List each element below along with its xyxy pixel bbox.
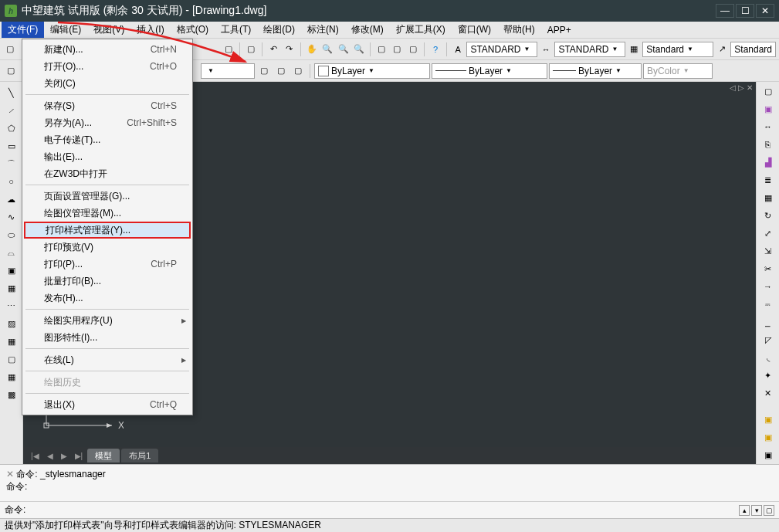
prop-icon[interactable]: ▢ (374, 42, 388, 57)
arc-icon[interactable]: ⌒ (3, 156, 20, 171)
file-menu-item[interactable]: 打印样式管理器(Y)... (24, 222, 191, 239)
file-menu-item[interactable]: 保存(S)Ctrl+S (24, 97, 191, 114)
cmd-down-icon[interactable]: ▾ (751, 505, 762, 516)
new-icon[interactable]: ▢ (3, 42, 17, 57)
cmd-up-icon[interactable]: ▴ (739, 505, 750, 516)
lineweight-combo[interactable]: ByLayer▼ (549, 63, 642, 79)
gradient-icon[interactable]: ▦ (3, 334, 20, 349)
circle-icon[interactable]: ○ (3, 174, 20, 189)
block-icon[interactable]: ▦ (3, 280, 20, 296)
pline-icon[interactable]: ⟋ (3, 103, 20, 118)
menu-file[interactable]: 文件(F) (2, 22, 44, 38)
rt-mod1-icon[interactable]: ▣ (760, 101, 777, 117)
sheet-icon[interactable]: ▢ (390, 42, 404, 57)
menu-app[interactable]: APP+ (541, 23, 577, 37)
rt-scale-icon[interactable]: ⤢ (760, 225, 777, 241)
tab-first-icon[interactable]: |◀ (31, 452, 39, 460)
file-menu-item[interactable]: 绘图仪管理器(M)... (24, 205, 191, 222)
menu-window[interactable]: 窗口(W) (452, 22, 497, 38)
rt-move-icon[interactable]: ↔ (760, 119, 777, 134)
file-menu-item[interactable]: 发布(H)... (24, 290, 191, 307)
solid-icon[interactable]: ▩ (3, 387, 20, 402)
hatch-icon[interactable]: ▨ (3, 316, 20, 331)
dimstyle-icon[interactable]: ↔ (539, 42, 553, 57)
point-icon[interactable]: ⋯ (3, 298, 20, 313)
ellipse-icon[interactable]: ⬭ (3, 227, 20, 242)
menu-tools[interactable]: 工具(T) (215, 22, 257, 38)
menu-draw[interactable]: 绘图(D) (257, 22, 301, 38)
file-menu-item[interactable]: 打开(O)...Ctrl+O (24, 58, 191, 75)
zoom3-icon[interactable]: 🔍 (352, 42, 366, 57)
ellipsearc-icon[interactable]: ⌓ (3, 245, 20, 260)
plot-icon[interactable]: ▢ (244, 42, 258, 57)
menu-modify[interactable]: 修改(M) (345, 22, 390, 38)
tab-layout1[interactable]: 布局1 (121, 449, 158, 463)
rt-chamfer-icon[interactable]: ◸ (760, 332, 777, 347)
redo-icon[interactable]: ↷ (283, 42, 296, 57)
textstyle-icon[interactable]: A (451, 42, 465, 57)
rt-erase-icon[interactable]: ✕ (760, 385, 777, 401)
tab-prev-icon[interactable]: ◀ (47, 452, 53, 460)
mlstyle-icon[interactable]: ↗ (715, 42, 729, 57)
layeriso-icon[interactable]: ▢ (256, 63, 272, 79)
tool-icon[interactable]: ▢ (406, 42, 420, 57)
menu-insert[interactable]: 插入(I) (130, 22, 170, 38)
file-menu-item[interactable]: 新建(N)...Ctrl+N (24, 41, 191, 58)
file-menu-item[interactable]: 在线(L) (24, 351, 191, 368)
undo-icon[interactable]: ↶ (266, 42, 280, 57)
line-icon[interactable]: ╲ (3, 85, 20, 100)
rt-break-icon[interactable]: ⎓ (760, 296, 777, 312)
rt-join-icon[interactable]: ⎯ (760, 314, 777, 330)
rt-rotate-icon[interactable]: ↻ (760, 208, 777, 223)
print-icon[interactable]: ▢ (222, 42, 235, 57)
minimize-button[interactable]: — (716, 4, 734, 18)
pan-icon[interactable]: ✋ (305, 42, 319, 57)
help-icon[interactable]: ? (428, 42, 442, 57)
menu-view[interactable]: 视图(V) (87, 22, 130, 38)
maximize-button[interactable]: ☐ (736, 4, 754, 18)
rt-fillet-icon[interactable]: ◟ (760, 350, 777, 365)
file-menu-item[interactable]: 页面设置管理器(G)... (24, 188, 191, 205)
rt-palette1-icon[interactable]: ▣ (760, 412, 777, 427)
rt-copy-icon[interactable]: ⎘ (760, 137, 777, 152)
menu-format[interactable]: 格式(O) (171, 22, 215, 38)
file-menu-item[interactable]: 批量打印(B)... (24, 273, 191, 290)
revcloud-icon[interactable]: ☁ (3, 191, 20, 207)
region-icon[interactable]: ▢ (3, 351, 20, 367)
polygon-icon[interactable]: ⬠ (3, 120, 20, 136)
file-menu-item[interactable]: 退出(X)Ctrl+Q (24, 396, 191, 413)
file-menu-item[interactable]: 打印预览(V) (24, 239, 191, 256)
color-combo[interactable]: ByLayer▼ (314, 63, 430, 79)
rt-palette2-icon[interactable]: ▣ (760, 429, 777, 445)
close-button[interactable]: ✕ (756, 4, 774, 18)
tab-next-icon[interactable]: ▶ (61, 452, 67, 460)
textstyle-combo[interactable]: STANDARD▼ (466, 42, 537, 57)
table-icon[interactable]: ▦ (3, 369, 20, 385)
dimstyle-combo[interactable]: STANDARD▼ (554, 42, 625, 57)
rt-mirror-icon[interactable]: ▟ (760, 154, 777, 170)
file-menu-item[interactable]: 关闭(C) (24, 75, 191, 92)
file-menu-item[interactable]: 在ZW3D中打开 (24, 165, 191, 182)
insert-icon[interactable]: ▣ (3, 263, 20, 278)
plotstyle-combo[interactable]: ByColor▼ (643, 63, 713, 79)
file-menu-item[interactable]: 另存为(A)...Ctrl+Shift+S (24, 114, 191, 131)
layeroff-icon[interactable]: ▢ (273, 63, 289, 79)
zoom2-icon[interactable]: 🔍 (336, 42, 350, 57)
linetype-combo[interactable]: ByLayer▼ (432, 63, 547, 79)
file-menu-item[interactable]: 图形特性(I)... (24, 329, 191, 346)
menu-dim[interactable]: 标注(N) (301, 22, 345, 38)
menu-help[interactable]: 帮助(H) (497, 22, 541, 38)
menu-edit[interactable]: 编辑(E) (44, 22, 87, 38)
layerfrz-icon[interactable]: ▢ (290, 63, 306, 79)
file-menu-item[interactable]: 打印(P)...Ctrl+P (24, 256, 191, 273)
layer-combo[interactable]: ▼ (201, 63, 255, 79)
tab-model[interactable]: 模型 (87, 449, 120, 463)
layer-icon[interactable]: ▢ (3, 63, 19, 79)
rt-array-icon[interactable]: ▦ (760, 190, 777, 205)
rt-stretch-icon[interactable]: ⇲ (760, 243, 777, 259)
spline-icon[interactable]: ∿ (3, 209, 20, 225)
file-menu-item[interactable]: 输出(E)... (24, 148, 191, 165)
rt-layer-icon[interactable]: ▢ (760, 83, 777, 99)
mlstyle-combo[interactable]: Standard (730, 42, 776, 57)
view-nav[interactable]: ◁ ▷ ✕ (730, 83, 753, 92)
